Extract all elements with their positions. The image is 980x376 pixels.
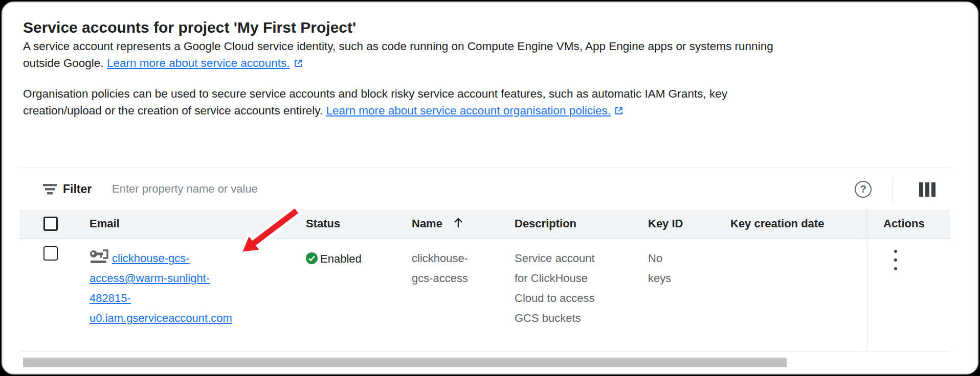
page-card: Service accounts for project 'My First P… xyxy=(2,2,978,374)
help-icon[interactable]: ? xyxy=(855,181,872,198)
org-policy-paragraph: Organisation policies can be used to sec… xyxy=(23,85,727,120)
actions-column-divider xyxy=(867,209,867,351)
org-policy-line-1: Organisation policies can be used to sec… xyxy=(23,85,727,102)
intro-line-2: outside Google. Learn more about service… xyxy=(23,55,773,73)
external-link-icon xyxy=(294,56,303,73)
help-glyph: ? xyxy=(860,183,866,195)
page-title: Service accounts for project 'My First P… xyxy=(23,19,356,36)
intro-line-2-text: outside Google. xyxy=(23,57,104,69)
filter-icon xyxy=(42,183,58,197)
filter-bar-divider xyxy=(893,177,893,203)
email-line: u0.iam.gserviceaccount.com xyxy=(90,308,232,328)
column-header-key-creation-date[interactable]: Key creation date xyxy=(730,217,824,230)
name-cell: clickhouse- gcs-access xyxy=(412,248,468,288)
column-header-actions: Actions xyxy=(883,217,925,230)
filter-input[interactable] xyxy=(111,179,674,199)
description-cell: Service account for ClickHouse Cloud to … xyxy=(515,248,595,328)
column-header-key-id[interactable]: Key ID xyxy=(648,217,683,230)
learn-more-org-policies-link[interactable]: Learn more about service account organis… xyxy=(326,104,611,117)
column-display-options-icon[interactable] xyxy=(919,182,936,197)
email-line: 482815- xyxy=(90,288,232,308)
learn-more-service-accounts-link[interactable]: Learn more about service accounts. xyxy=(107,57,290,69)
select-all-checkbox[interactable] xyxy=(43,217,58,231)
email-line: access@warm-sunlight- xyxy=(90,268,232,288)
service-accounts-page: Service accounts for project 'My First P… xyxy=(0,0,980,376)
email-line: clickhouse-gcs- xyxy=(90,248,232,268)
status-enabled-check-icon xyxy=(305,252,318,267)
column-header-name[interactable]: Name xyxy=(412,217,442,230)
external-link-icon xyxy=(614,103,623,120)
service-account-email-link[interactable]: clickhouse-gcs- access@warm-sunlight- 48… xyxy=(90,248,232,328)
filter-label: Filter xyxy=(63,182,92,196)
row-actions-kebab-icon[interactable] xyxy=(891,249,900,271)
column-header-description[interactable]: Description xyxy=(515,217,576,230)
column-header-email[interactable]: Email xyxy=(90,217,120,230)
table-bottom-border xyxy=(19,351,950,351)
org-policy-line-2: creation/upload or the creation of servi… xyxy=(23,102,727,120)
horizontal-scrollbar-thumb[interactable] xyxy=(23,358,787,367)
org-policy-line-2-text: creation/upload or the creation of servi… xyxy=(23,104,323,117)
intro-line-1: A service account represents a Google Cl… xyxy=(23,38,773,55)
key-id-cell: No keys xyxy=(648,248,671,288)
row-checkbox[interactable] xyxy=(43,246,58,261)
intro-paragraph: A service account represents a Google Cl… xyxy=(23,38,773,73)
column-header-status[interactable]: Status xyxy=(306,217,340,230)
table-top-border xyxy=(19,168,950,168)
status-value: Enabled xyxy=(320,252,362,266)
sort-ascending-icon[interactable] xyxy=(452,216,465,231)
